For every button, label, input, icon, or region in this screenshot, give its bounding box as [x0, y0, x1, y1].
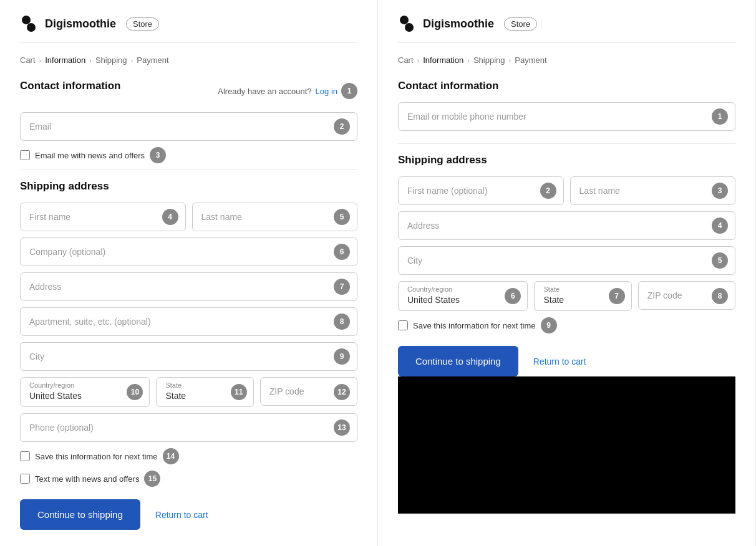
right-country-badge: 6 [505, 288, 521, 304]
right-city-input[interactable] [398, 246, 735, 275]
right-country-select[interactable]: Country/region United States 6 [398, 281, 528, 311]
right-first-name-badge: 2 [540, 183, 556, 199]
breadcrumb-cart[interactable]: Cart [20, 55, 36, 65]
contact-info-header: Contact information Already have an acco… [20, 80, 357, 102]
right-address-field: 4 [398, 211, 735, 240]
last-name-input[interactable] [192, 203, 358, 231]
company-field: 6 [20, 237, 357, 266]
breadcrumb-information[interactable]: Information [45, 55, 85, 65]
city-field: 9 [20, 342, 357, 371]
right-address-input[interactable] [398, 211, 735, 240]
state-value: State [165, 391, 186, 401]
phone-input[interactable] [20, 413, 357, 442]
right-save-checkbox-row: Save this information for next time 9 [398, 317, 735, 333]
login-link[interactable]: Log in [316, 87, 337, 96]
right-save-checkbox[interactable] [398, 320, 408, 330]
apartment-input[interactable] [20, 307, 357, 336]
right-breadcrumb-payment[interactable]: Payment [515, 55, 546, 65]
country-label: Country/region [29, 381, 124, 389]
text-checkbox[interactable] [20, 474, 30, 484]
state-label: State [165, 381, 228, 389]
right-email-input[interactable] [398, 102, 735, 131]
return-to-cart-button[interactable]: Return to cart [150, 500, 213, 530]
breadcrumb-sep-1: › [39, 57, 42, 64]
city-badge: 9 [334, 348, 350, 365]
zip-field: 12 [260, 377, 357, 407]
right-email-badge: 1 [712, 108, 728, 125]
first-name-badge: 4 [162, 209, 178, 225]
right-first-name-field: 2 [398, 176, 564, 205]
right-country-value: United States [407, 295, 460, 305]
breadcrumb-payment[interactable]: Payment [137, 55, 168, 65]
right-location-row: Country/region United States 6 State Sta… [398, 281, 735, 311]
email-field: 2 [20, 112, 357, 141]
right-zip-field: 8 [638, 281, 735, 311]
contact-badge: 1 [341, 83, 357, 99]
contact-section-title: Contact information [20, 80, 121, 92]
first-name-input[interactable] [20, 203, 186, 231]
location-row: Country/region United States 10 State St… [20, 377, 357, 407]
logo-icon [20, 15, 37, 32]
right-contact-section-title: Contact information [398, 80, 735, 92]
right-country-field: Country/region United States 6 [398, 281, 528, 311]
continue-to-shipping-button[interactable]: Continue to shipping [20, 499, 140, 530]
text-checkbox-row: Text me with news and offers 15 [20, 471, 357, 487]
right-section-divider [398, 143, 735, 144]
breadcrumb-shipping[interactable]: Shipping [95, 55, 127, 65]
right-address-badge: 4 [712, 218, 728, 234]
phone-field: 13 [20, 413, 357, 442]
state-select[interactable]: State State 11 [156, 377, 253, 407]
email-checkbox-row: Email me with news and offers 3 [20, 147, 357, 163]
company-input[interactable] [20, 237, 357, 266]
right-breadcrumb-sep-2: › [467, 57, 470, 64]
company-badge: 6 [334, 244, 350, 260]
shipping-section-title: Shipping address [20, 180, 357, 193]
state-field: State State 11 [156, 377, 253, 407]
right-breadcrumb-shipping[interactable]: Shipping [473, 55, 505, 65]
right-content: Digismoothie Store Cart › Information › … [398, 15, 735, 376]
right-btn-row: Continue to shipping Return to cart [398, 346, 735, 376]
right-breadcrumb-information[interactable]: Information [423, 55, 463, 65]
zip-badge: 12 [334, 384, 350, 400]
email-checkbox[interactable] [20, 150, 30, 160]
apartment-badge: 8 [334, 314, 350, 330]
breadcrumb-sep-2: › [89, 57, 92, 64]
right-breadcrumb-sep-3: › [509, 57, 511, 64]
state-badge: 11 [231, 384, 247, 400]
country-value: United States [29, 391, 82, 401]
first-name-field: 4 [20, 203, 186, 231]
right-last-name-input[interactable] [570, 176, 736, 205]
email-input[interactable] [20, 112, 357, 141]
right-city-badge: 5 [712, 252, 728, 269]
right-state-select[interactable]: State State 7 [534, 281, 631, 311]
email-checkbox-badge: 3 [150, 147, 166, 163]
right-zip-badge: 8 [712, 288, 728, 304]
left-header: Digismoothie Store [20, 15, 357, 43]
right-state-badge: 7 [609, 288, 625, 304]
right-header: Digismoothie Store [398, 15, 735, 43]
save-checkbox[interactable] [20, 451, 30, 461]
right-continue-to-shipping-button[interactable]: Continue to shipping [398, 346, 518, 376]
right-breadcrumb-cart[interactable]: Cart [398, 55, 414, 65]
address-field: 7 [20, 272, 357, 301]
right-shipping-section-title: Shipping address [398, 154, 735, 166]
svg-point-0 [22, 16, 31, 24]
country-field: Country/region United States 10 [20, 377, 150, 407]
email-badge: 2 [334, 118, 350, 135]
right-return-to-cart-button[interactable]: Return to cart [528, 347, 591, 376]
right-brand-name: Digismoothie [423, 17, 494, 31]
last-name-badge: 5 [334, 209, 350, 225]
right-breadcrumb: Cart › Information › Shipping › Payment [398, 55, 735, 65]
address-input[interactable] [20, 272, 357, 301]
right-black-area [398, 376, 735, 514]
country-select[interactable]: Country/region United States 10 [20, 377, 150, 407]
right-panel: Digismoothie Store Cart › Information › … [378, 0, 756, 546]
right-save-checkbox-badge: 9 [541, 317, 557, 333]
right-first-name-input[interactable] [398, 176, 564, 205]
city-input[interactable] [20, 342, 357, 371]
left-panel: Digismoothie Store Cart › Information › … [0, 0, 378, 546]
phone-badge: 13 [334, 419, 350, 436]
apartment-field: 8 [20, 307, 357, 336]
right-state-label: State [543, 285, 606, 293]
right-last-name-field: 3 [570, 176, 736, 205]
